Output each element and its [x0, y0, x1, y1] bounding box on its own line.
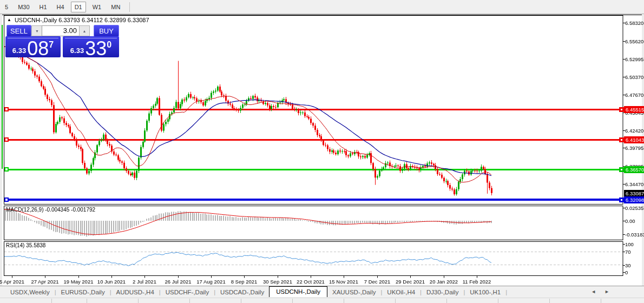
sell-button[interactable]: SELL [6, 25, 31, 37]
volume-decrease-icon[interactable]: ▼ [31, 25, 43, 36]
status-bar-separator [395, 299, 396, 303]
status-bar [0, 298, 644, 303]
price-badge: 6.45515 [624, 106, 644, 113]
chart-title-bar: ▲ USDCNH-,Daily 6.33793 6.34112 6.32899 … [7, 17, 149, 23]
price-tick-label: 6.39795 [625, 145, 643, 151]
collapse-chart-icon[interactable]: ▲ [7, 18, 11, 22]
timeframe-button-h1[interactable]: H1 [36, 2, 50, 12]
price-tick-label: 6.52995 [625, 56, 643, 62]
sell-price-big: 08 [27, 39, 49, 57]
timeframe-button-m30[interactable]: M30 [15, 2, 32, 12]
sell-price-sup: 7 [49, 40, 54, 50]
chart-tab-usdcad[interactable]: USDCAD-,Daily [215, 288, 269, 297]
chart-tab-bar: USDX,Weekly|EURUSD-,Daily|AUDUSD-,H4|USD… [0, 286, 644, 298]
one-click-trade-panel: SELL ▼ 3.00 ▲ BUY 6.33 08 7 6.33 33 0 [5, 24, 119, 57]
price-badge: 6.32098 [624, 196, 644, 203]
tab-separator: | [505, 289, 507, 295]
tab-scroll-right-icon[interactable]: ► [604, 289, 618, 294]
status-bar-separator [601, 299, 601, 303]
tab-scroll-left-icon[interactable]: ◄ [591, 289, 604, 294]
buy-button[interactable]: BUY [94, 25, 119, 37]
level-marker-square [619, 107, 624, 112]
level-marker-square [619, 137, 624, 142]
timeframe-toolbar: 5M30H1H4D1W1MN [0, 0, 644, 14]
date-tick-label: 26 Jul 2021 [165, 279, 191, 285]
chart-tab-usdchf[interactable]: USDCHF-,Daily [161, 288, 214, 297]
timeframe-button-w1[interactable]: W1 [89, 2, 105, 12]
price-tick-label: 6.50370 [625, 74, 643, 80]
chart-tab-usdx[interactable]: USDX,Weekly [5, 288, 55, 297]
chart-title: USDCNH-,Daily 6.33793 6.34112 6.32899 6.… [15, 17, 149, 23]
date-tick-label: 2 Jul 2021 [133, 279, 156, 285]
status-bar-separator [241, 299, 241, 303]
sell-price-small: 6.33 [12, 47, 26, 55]
chart-tab-ukoil[interactable]: UKOil-,H4 [382, 288, 420, 297]
macd-tick-label: 0.00 [625, 218, 635, 224]
level-marker-square [619, 167, 624, 172]
volume-input[interactable]: 3.00 [42, 25, 80, 36]
buy-price-big: 33 [85, 39, 107, 57]
rsi-tick-label: 70 [625, 249, 631, 255]
buy-price-small: 6.33 [70, 47, 84, 55]
chart-tab-xauusd[interactable]: XAUUSD-,Daily [327, 288, 381, 297]
price-tick-label: 6.47670 [625, 92, 643, 98]
date-tick-label: 29 Dec 2021 [396, 279, 425, 285]
price-tick-label: 6.42420 [625, 128, 643, 134]
volume-increase-icon[interactable]: ▲ [79, 25, 90, 36]
rsi-indicator-label: RSI(14) 35.5838 [6, 242, 45, 248]
toolbar-separator [129, 2, 130, 12]
price-tick-label: 6.55620 [625, 38, 643, 44]
chart-tab-usdcnh[interactable]: USDCNH-,Daily [269, 286, 327, 297]
buy-price-sup: 0 [107, 40, 111, 50]
status-bar-separator [549, 299, 550, 303]
date-tick-label: 15 Nov 2021 [329, 279, 358, 285]
date-tick-label: 5 Apr 2021 [0, 279, 24, 285]
status-bar-separator [498, 299, 498, 303]
level-marker-square [619, 197, 624, 202]
price-badge: 6.41043 [624, 136, 644, 143]
price-tick-label: 6.34470 [625, 181, 643, 187]
date-tick-label: 10 Jun 2021 [97, 279, 126, 285]
timeframe-button-mn[interactable]: MN [108, 2, 123, 12]
macd-indicator-label: MACD(12,26,9) -0.004345 -0.001792 [6, 207, 95, 213]
status-bar-separator [87, 299, 87, 303]
chart-tab-uk100[interactable]: UK100-,H1 [465, 288, 505, 297]
status-bar-separator [138, 299, 139, 303]
sell-price-button[interactable]: 6.33 08 7 [5, 36, 61, 57]
status-bar-separator [446, 299, 447, 303]
date-tick-label: 22 Oct 2021 [297, 279, 325, 285]
rsi-tick-label: 0 [625, 269, 628, 275]
status-bar-separator [189, 299, 190, 303]
status-bar-separator [344, 299, 344, 303]
date-tick-label: 11 Feb 2022 [463, 279, 491, 285]
date-tick-label: 17 Aug 2021 [196, 279, 225, 285]
timeframe-button-d1[interactable]: D1 [71, 2, 86, 12]
date-tick-label: 20 Jan 2022 [430, 279, 458, 285]
price-tick-label: 6.58320 [625, 20, 643, 26]
buy-price-button[interactable]: 6.33 33 0 [63, 36, 119, 57]
rsi-tick-label: 100 [625, 241, 634, 247]
macd-tick-label: 0.025357 [625, 205, 644, 211]
date-tick-label: 19 May 2021 [64, 279, 94, 285]
status-bar-separator [51, 299, 52, 303]
rsi-tick-label: 30 [625, 262, 631, 268]
status-bar-separator [292, 299, 293, 303]
timeframe-button-5[interactable]: 5 [2, 2, 11, 12]
tab-scroll-arrows: ◄► [591, 289, 618, 294]
date-tick-label: 27 Apr 2021 [31, 279, 58, 285]
date-tick-label: 8 Sep 2021 [231, 279, 258, 285]
macd-tick-label: -0.031831 [625, 232, 644, 238]
chart-tab-audusd[interactable]: AUDUSD-,H4 [111, 288, 159, 297]
chart-tab-eurusd[interactable]: EURUSD-,Daily [56, 288, 110, 297]
date-tick-label: 30 Sep 2021 [263, 279, 292, 285]
date-tick-label: 7 Dec 2021 [364, 279, 391, 285]
chart-tab-dj30[interactable]: DJ30-,Daily [422, 288, 463, 297]
price-badge: 6.36570 [624, 166, 644, 173]
timeframe-button-h4[interactable]: H4 [54, 2, 68, 12]
